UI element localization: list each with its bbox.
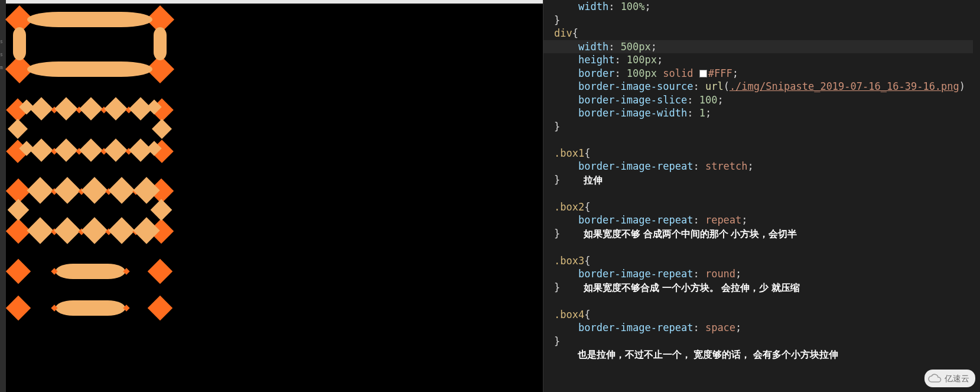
cloud-icon [928, 374, 942, 383]
gutter-letter: s [0, 35, 6, 48]
gutter-letter: m [0, 61, 6, 74]
code-line[interactable]: border-image-source: url(./img/Snipaste_… [554, 80, 973, 93]
color-swatch-icon [699, 70, 707, 77]
code-line[interactable]: border: 100px solid #FFF; [554, 67, 973, 80]
preview-box-repeat [9, 102, 175, 161]
annotation-text: 如果宽度不够合成 一个小方块。 会拉伸，少 就压缩 [584, 281, 799, 295]
code-line[interactable]: 也是拉伸，不过不止一个， 宽度够的话， 会有多个小方块拉伸 [554, 348, 973, 362]
watermark-text: 亿速云 [945, 372, 969, 385]
code-line[interactable]: width: 100%; [554, 0, 973, 14]
code-line[interactable]: div{ [554, 27, 973, 40]
annotation-text: 拉伸 [584, 174, 603, 187]
code-blank-line[interactable] [554, 241, 973, 254]
code-line[interactable]: border-image-slice: 100; [554, 93, 973, 107]
code-line[interactable]: border-image-repeat: repeat; [554, 213, 973, 227]
code-line[interactable]: border-image-width: 1; [554, 106, 973, 120]
code-blank-line[interactable] [554, 294, 973, 308]
code-line[interactable]: }拉伸 [554, 173, 973, 187]
code-blank-line[interactable] [554, 133, 973, 147]
left-gutter: s s m [0, 0, 6, 392]
preview-content [7, 7, 543, 392]
address-bar-strip [6, 0, 543, 4]
code-line[interactable]: } [554, 14, 973, 27]
annotation-text: 也是拉伸，不过不止一个， 宽度够的话， 会有多个小方块拉伸 [578, 348, 838, 362]
gutter-letter: s [0, 48, 6, 61]
code-editor-panel[interactable]: width: 100%; } div{ width: 500px; height… [543, 0, 980, 392]
code-line[interactable]: .box3{ [554, 254, 973, 268]
watermark-badge: 亿速云 [924, 370, 975, 388]
preview-box-stretch [9, 9, 175, 80]
browser-preview-panel: s s m [0, 0, 543, 392]
preview-box-round [9, 182, 175, 241]
code-line[interactable]: }如果宽度不够合成 一个小方块。 会拉伸，少 就压缩 [554, 281, 973, 295]
code-line[interactable]: border-image-repeat: round; [554, 267, 973, 281]
preview-box-space [9, 263, 175, 319]
code-line[interactable]: .box1{ [554, 147, 973, 160]
code-line[interactable]: .box2{ [554, 200, 973, 214]
code-line[interactable]: height: 100px; [554, 53, 973, 67]
annotation-text: 如果宽度不够 合成两个中间的那个 小方块，会切半 [584, 228, 797, 241]
code-line[interactable]: border-image-repeat: space; [554, 321, 973, 335]
code-line[interactable]: .box4{ [554, 308, 973, 322]
code-line-active[interactable]: width: 500px; [543, 40, 973, 54]
code-line[interactable]: } [554, 335, 973, 348]
code-line[interactable]: border-image-repeat: stretch; [554, 160, 973, 173]
code-line[interactable]: } [554, 120, 973, 134]
code-blank-line[interactable] [554, 187, 973, 200]
code-line[interactable]: }如果宽度不够 合成两个中间的那个 小方块，会切半 [554, 227, 973, 241]
